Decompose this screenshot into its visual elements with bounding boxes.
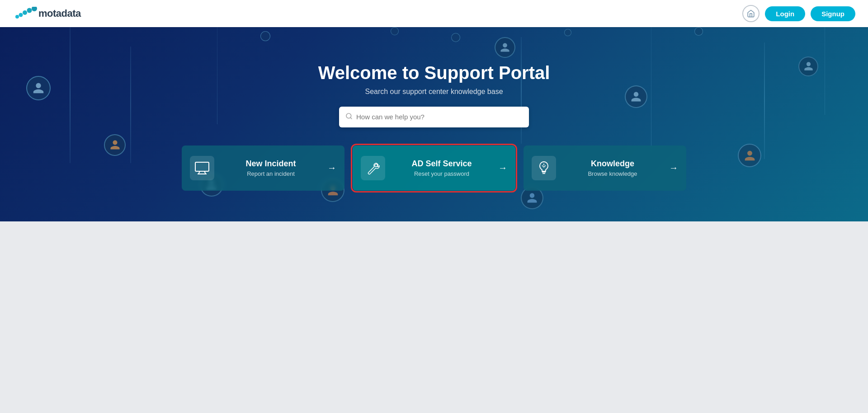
user-icon (526, 192, 538, 204)
knowledge-card[interactable]: Knowledge Browse knowledge → (524, 145, 686, 191)
knowledge-desc: Browse knowledge (563, 170, 662, 177)
knowledge-arrow: → (669, 163, 678, 173)
hero-content: Welcome to Support Portal Search our sup… (0, 63, 868, 191)
logo-text: motadata (38, 8, 81, 19)
main-content (0, 221, 868, 413)
header-actions: Login Signup (742, 5, 855, 22)
header: motadata Login Signup (0, 0, 868, 27)
user-icon (500, 42, 510, 53)
ad-self-service-icon-box (361, 156, 385, 180)
cards-row: New Incident Report an incident → AD Sel… (0, 145, 868, 191)
login-button[interactable]: Login (765, 6, 805, 21)
ad-self-service-card[interactable]: AD Self Service Reset your password → (353, 145, 515, 191)
small-node (391, 27, 399, 35)
wrench-icon (366, 161, 380, 175)
ad-self-service-arrow: → (498, 163, 507, 173)
hero-section: Welcome to Support Portal Search our sup… (0, 27, 868, 221)
small-node (564, 29, 571, 36)
small-node (451, 33, 460, 42)
signup-button[interactable]: Signup (811, 6, 855, 21)
logo-icon (13, 7, 38, 20)
new-incident-text: New Incident Report an incident (222, 159, 320, 177)
svg-point-1 (19, 13, 23, 17)
home-icon (747, 9, 755, 18)
hero-title: Welcome to Support Portal (0, 63, 868, 83)
new-incident-card[interactable]: New Incident Report an incident → (182, 145, 344, 191)
lightbulb-icon (538, 161, 550, 175)
home-button[interactable] (742, 5, 760, 22)
hero-subtitle: Search our support center knowledge base (0, 88, 868, 96)
small-node (694, 27, 703, 36)
svg-line-6 (350, 117, 352, 119)
monitor-icon (195, 162, 209, 174)
svg-rect-7 (195, 162, 209, 171)
new-incident-title: New Incident (222, 159, 320, 169)
new-incident-desc: Report an incident (222, 170, 320, 177)
ad-self-service-text: AD Self Service Reset your password (392, 159, 491, 177)
search-icon (345, 113, 353, 122)
knowledge-icon-box (532, 156, 556, 180)
logo: motadata (13, 7, 81, 20)
avatar-node (495, 37, 515, 58)
knowledge-text: Knowledge Browse knowledge (563, 159, 662, 177)
ad-self-service-title: AD Self Service (392, 159, 491, 169)
ad-self-service-desc: Reset your password (392, 170, 491, 177)
new-incident-icon-box (190, 156, 214, 180)
knowledge-title: Knowledge (563, 159, 662, 169)
svg-point-2 (23, 10, 27, 15)
new-incident-arrow: → (327, 163, 336, 173)
svg-point-3 (27, 8, 32, 13)
svg-point-0 (15, 15, 19, 19)
magnifier-icon (345, 113, 353, 120)
svg-point-4 (32, 7, 37, 11)
search-input[interactable] (356, 113, 523, 121)
small-node (260, 31, 270, 41)
search-bar[interactable] (339, 107, 529, 127)
